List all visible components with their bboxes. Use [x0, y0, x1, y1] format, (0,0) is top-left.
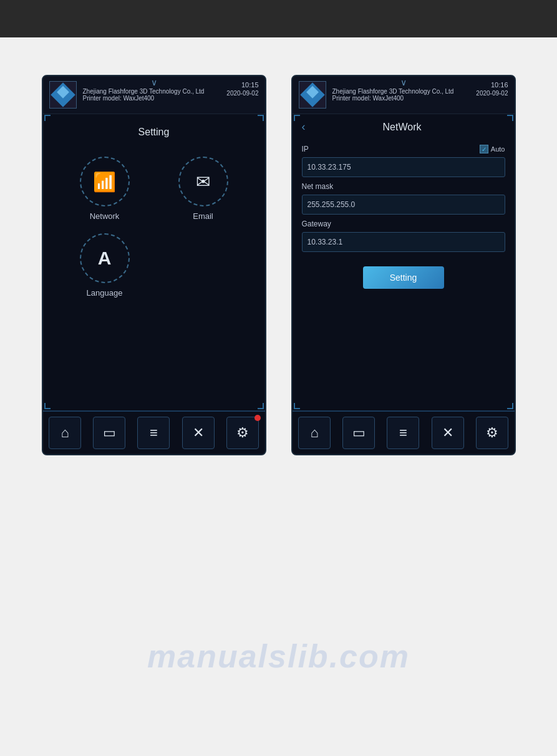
right-nav-file[interactable]: ▭: [342, 417, 375, 449]
ip-input[interactable]: [302, 157, 505, 177]
language-circle-button[interactable]: A: [80, 233, 130, 283]
left-nav-settings[interactable]: ⚙: [226, 417, 259, 449]
right-panel-header: ∨ Zhejiang Flashforge 3D Technology Co.,…: [293, 76, 515, 114]
left-nav-list[interactable]: ≡: [137, 417, 170, 449]
language-label: Language: [87, 288, 123, 298]
netmask-label: Net mask: [302, 182, 505, 191]
setting-title: Setting: [49, 120, 259, 138]
network-label: Network: [90, 211, 120, 221]
right-logo: [299, 81, 326, 109]
auto-checkbox-row: ✓ Auto: [480, 145, 505, 153]
ip-label: IP: [302, 145, 480, 153]
setting-grid: 📶 Network ✉ Email A Language: [49, 150, 259, 304]
right-date: 2020-09-02: [476, 90, 508, 97]
left-nav-tools[interactable]: ✕: [182, 417, 215, 449]
gateway-label: Gateway: [302, 220, 505, 228]
setting-item-email[interactable]: ✉ Email: [160, 157, 246, 221]
right-dropdown-arrow[interactable]: ∨: [400, 77, 407, 87]
file-icon: ▭: [103, 425, 116, 441]
left-nav-file[interactable]: ▭: [93, 417, 125, 449]
network-circle-button[interactable]: 📶: [80, 157, 130, 206]
left-logo-diamond: [51, 82, 75, 107]
email-label: Email: [193, 211, 213, 221]
right-nav-settings[interactable]: ⚙: [476, 417, 508, 449]
home-icon: ⌂: [61, 425, 69, 441]
gateway-input[interactable]: [302, 232, 505, 252]
right-corner-br: [507, 403, 513, 409]
right-nav-tools[interactable]: ✕: [432, 417, 464, 449]
network-form: IP ✓ Auto Net mask Gateway Setting: [293, 140, 515, 294]
list-icon: ≡: [150, 425, 158, 441]
left-panel-header: ∨ Zhejiang Flashforge 3D Technology Co.,…: [43, 76, 265, 114]
language-icon: A: [98, 248, 112, 269]
ip-row: IP ✓ Auto: [302, 145, 505, 153]
right-logo-diamond: [300, 82, 325, 107]
right-screen: ∨ Zhejiang Flashforge 3D Technology Co.,…: [291, 75, 516, 455]
email-circle-button[interactable]: ✉: [178, 157, 228, 206]
wifi-icon: 📶: [93, 171, 116, 193]
right-gear-icon: ⚙: [486, 425, 498, 441]
right-panel-nav: ⌂ ▭ ≡ ✕ ⚙: [293, 410, 515, 454]
right-corner-bl: [294, 403, 300, 409]
left-panel-nav: ⌂ ▭ ≡ ✕ ⚙: [43, 410, 265, 454]
right-home-icon: ⌂: [310, 425, 318, 441]
top-bar: [0, 0, 557, 37]
gateway-row: Gateway: [302, 220, 505, 228]
network-title: NetWork: [312, 122, 505, 133]
auto-label: Auto: [491, 145, 505, 153]
left-logo: [49, 81, 77, 109]
back-button[interactable]: ‹: [302, 120, 306, 133]
network-header-row: ‹ NetWork: [293, 114, 515, 140]
tools-icon: ✕: [193, 425, 204, 441]
settings-badge: [254, 415, 261, 421]
netmask-input[interactable]: [302, 195, 505, 215]
right-nav-home[interactable]: ⌂: [298, 417, 331, 449]
left-date: 2020-09-02: [226, 90, 258, 97]
main-area: ∨ Zhejiang Flashforge 3D Technology Co.,…: [0, 37, 557, 756]
setting-item-language[interactable]: A Language: [62, 233, 148, 298]
left-time: 10:15: [241, 81, 259, 89]
setting-item-network[interactable]: 📶 Network: [62, 157, 148, 221]
left-dropdown-arrow[interactable]: ∨: [151, 77, 157, 87]
right-tools-icon: ✕: [442, 425, 453, 441]
left-nav-home[interactable]: ⌂: [49, 417, 81, 449]
right-list-icon: ≡: [399, 425, 407, 441]
envelope-icon: ✉: [196, 172, 210, 192]
gear-icon: ⚙: [236, 425, 249, 441]
right-file-icon: ▭: [352, 425, 366, 441]
right-nav-list[interactable]: ≡: [387, 417, 419, 449]
left-panel-content: Setting 📶 Network ✉ Email: [43, 114, 265, 411]
network-setting-button[interactable]: Setting: [363, 266, 444, 289]
right-time: 10:16: [491, 81, 508, 89]
auto-checkbox[interactable]: ✓: [480, 145, 488, 153]
netmask-row: Net mask: [302, 182, 505, 191]
left-screen: ∨ Zhejiang Flashforge 3D Technology Co.,…: [42, 75, 266, 455]
